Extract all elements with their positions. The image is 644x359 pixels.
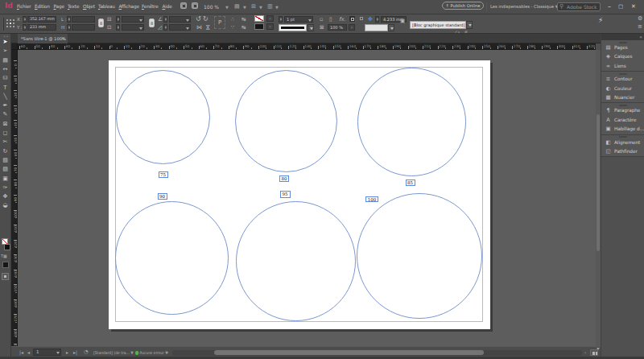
width-stepper[interactable] [67, 16, 71, 23]
tab-close-icon[interactable]: × [61, 34, 65, 43]
menu-objet[interactable]: Objet [83, 4, 95, 9]
search-input[interactable]: ⚲Adobe Stock [557, 2, 601, 11]
stroke-menu-button[interactable]: › [266, 23, 274, 30]
content-collector-tool[interactable]: ⛁ [0, 74, 10, 83]
page-tool[interactable]: ▤ [0, 56, 10, 65]
dock-item-pathfinder[interactable]: ◱Pathfinder [601, 147, 644, 156]
wrap-options-dropdown[interactable] [365, 24, 388, 31]
rotation-stepper[interactable] [163, 16, 167, 23]
stock-icon[interactable] [192, 2, 198, 9]
quick-apply-icon[interactable]: ⚡ [598, 17, 603, 23]
object-style-dropdown[interactable]: [Bloc graphique standard] [410, 21, 466, 29]
fit-content-icon[interactable]: ↹ [242, 24, 246, 31]
horizontal-scrollbar-thumb[interactable] [214, 350, 484, 355]
vertical-scrollbar-thumb[interactable] [597, 114, 600, 251]
expand-panels-icon[interactable]: « [639, 34, 642, 40]
fill-swatch[interactable] [254, 15, 264, 22]
x-stepper[interactable] [23, 16, 27, 23]
measure-label-95[interactable]: 95 [280, 191, 291, 198]
object-style-chevron[interactable] [466, 21, 473, 29]
circle-85[interactable] [357, 68, 466, 176]
stroke-swatch[interactable] [254, 23, 264, 30]
dock-item-paragraphe[interactable]: ¶Paragraphe [601, 106, 644, 115]
dock-item-contour[interactable]: ≡Contour [601, 75, 644, 84]
opacity-menu-button[interactable]: › [349, 24, 355, 31]
height-field[interactable] [72, 24, 95, 31]
wrap-bounding-icon[interactable] [358, 15, 365, 23]
measure-label-100[interactable]: 100 [365, 196, 378, 202]
view-options-icon[interactable]: ⊞ [251, 3, 256, 10]
screen-mode-button[interactable] [2, 273, 9, 280]
first-page-button[interactable]: |◂ [19, 349, 23, 355]
rectangle-frame-tool[interactable]: ⊠ [0, 120, 10, 129]
stroke-weight-stepper[interactable] [279, 16, 283, 23]
menu-fenetre[interactable]: Fenêtre [142, 4, 159, 9]
drop-shadow-icon[interactable]: ▯ [329, 16, 332, 23]
dock-item-nuancier[interactable]: ▦Nuancier [601, 93, 644, 102]
scale-y-stepper[interactable] [116, 24, 120, 31]
wrap-none-icon[interactable] [349, 15, 356, 23]
circle-80[interactable] [235, 70, 337, 172]
document-page[interactable]: 7580859095100 [109, 60, 490, 329]
bridge-icon[interactable] [180, 2, 187, 9]
pen-tool[interactable]: ✒ [0, 101, 10, 110]
last-page-button[interactable]: ▸| [73, 349, 77, 355]
pencil-tool[interactable]: ✎ [0, 110, 10, 119]
dock-item-caractere[interactable]: ACaractère [601, 116, 644, 125]
type-tool[interactable]: T [0, 84, 10, 93]
menu-page[interactable]: Page [54, 4, 64, 9]
indesign-logo[interactable]: Id [5, 2, 13, 10]
document-tab[interactable]: *Sans titre-1 @ 100%× [18, 34, 68, 43]
select-content-icon[interactable]: ∵ [231, 24, 234, 31]
dock-item-liens[interactable]: ∞Liens [601, 62, 644, 71]
horizontal-ruler[interactable]: 6050403020100102030405060708090100110120… [18, 43, 596, 50]
reference-point-proxy[interactable] [6, 19, 15, 28]
flip-horizontal-icon[interactable]: ⋈ [196, 24, 202, 31]
document-canvas[interactable]: 7580859095100 [18, 50, 596, 346]
menu-edition[interactable]: Édition [35, 4, 50, 9]
previous-page-button[interactable]: ◂ [27, 349, 30, 355]
scale-y-field[interactable] [122, 24, 144, 31]
measure-label-90[interactable]: 90 [158, 193, 167, 200]
scale-x-field[interactable] [122, 16, 144, 23]
measure-label-80[interactable]: 80 [279, 175, 289, 182]
gear-icon[interactable]: ⚙ [638, 15, 642, 22]
wrap-options-chevron[interactable] [388, 24, 394, 31]
frame-corner-icon[interactable]: ▣ [400, 18, 405, 24]
publish-online-button[interactable]: ↑ Publish Online [442, 2, 484, 10]
menu-fichier[interactable]: Fichier [17, 4, 31, 9]
scissors-tool[interactable]: ✂ [0, 138, 10, 146]
close-button[interactable]: ✕ [631, 3, 636, 10]
stroke-color-swatch[interactable] [4, 244, 10, 250]
line-tool[interactable]: ╲ [0, 93, 10, 101]
dock-item-alignement[interactable]: ◧Alignement [601, 138, 644, 147]
constrain-dimensions-chain-icon[interactable]: 8 [98, 19, 104, 27]
eyedropper-tool[interactable]: ✑ [0, 184, 10, 192]
circle-100[interactable] [357, 193, 482, 319]
ruler-corner-box[interactable] [11, 43, 18, 50]
scale-x-stepper[interactable] [116, 16, 120, 23]
menu-texte[interactable]: Texte [68, 4, 79, 9]
gap-tool[interactable]: ↔ [0, 65, 10, 74]
fill-color-swatch[interactable] [2, 238, 8, 245]
hand-tool[interactable]: ✥ [0, 192, 10, 201]
flip-vertical-icon[interactable]: ⋈ [204, 25, 211, 31]
minimize-button[interactable]: – [608, 3, 611, 10]
scroll-left-arrow[interactable]: ‹ [167, 349, 168, 355]
y-stepper[interactable] [23, 24, 27, 31]
fill-menu-button[interactable]: › [266, 15, 274, 22]
dock-item-habillage[interactable]: ▣Habillage d... [601, 125, 644, 134]
measure-label-75[interactable]: 75 [159, 171, 168, 178]
height-stepper[interactable] [67, 24, 71, 31]
vertical-ruler[interactable]: 0102030405060708090100110120130140150160… [11, 50, 18, 346]
opacity-field[interactable]: 100 % [328, 24, 347, 31]
selection-tool[interactable]: ➤ [0, 38, 10, 47]
shear-stepper[interactable] [163, 24, 167, 31]
direct-selection-tool[interactable]: ➢ [0, 47, 10, 56]
rotation-field[interactable] [169, 16, 191, 23]
horizontal-scrollbar[interactable] [172, 350, 582, 356]
free-transform-tool[interactable]: ↻ [0, 147, 10, 156]
shear-field[interactable] [169, 24, 191, 31]
wrap-offset-stepper[interactable] [375, 16, 379, 23]
stroke-style-chevron[interactable] [308, 24, 314, 31]
